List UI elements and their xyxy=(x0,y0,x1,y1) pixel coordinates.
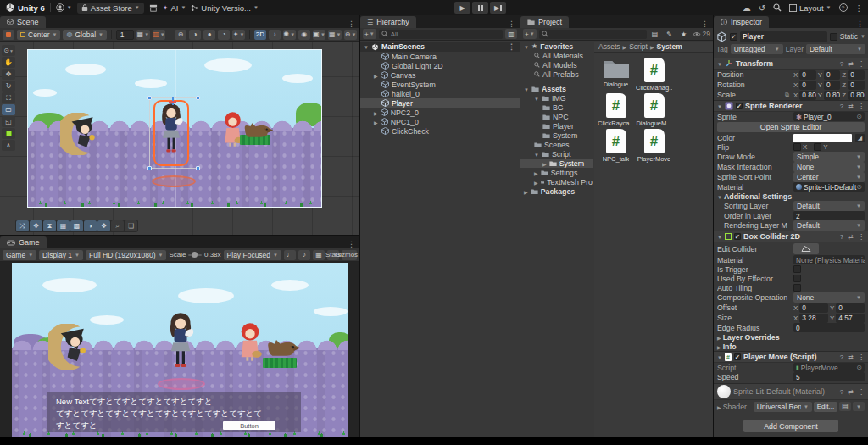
game-target-dropdown[interactable]: Game▼ xyxy=(3,250,36,260)
mute-audio-icon[interactable]: ♩ xyxy=(284,250,296,260)
menubar-kebab-icon[interactable]: ⋮ xyxy=(855,3,864,13)
hierarchy-add-button[interactable]: +▼ xyxy=(363,29,376,39)
rect-tool[interactable]: ▭ xyxy=(2,104,15,115)
breadcrumb-script[interactable]: Script xyxy=(629,42,648,51)
scene-visibility-icon[interactable]: ◉ xyxy=(298,30,310,40)
favorite-all-models[interactable]: All Models xyxy=(520,60,593,70)
tree-npc[interactable]: NPC xyxy=(520,112,593,121)
help-icon[interactable]: ? xyxy=(840,388,843,396)
wolf-character[interactable] xyxy=(264,336,300,365)
rotation-z-field[interactable]: 0 xyxy=(848,81,865,90)
favorites-root[interactable]: ★Favorites xyxy=(520,42,593,51)
shading-mode-icon[interactable]: ◑ xyxy=(189,30,201,40)
scene-canvas[interactable] xyxy=(27,49,322,208)
camera-settings-dropdown[interactable]: ▣▼ xyxy=(313,30,326,40)
tree-script[interactable]: Script xyxy=(520,149,593,159)
scale-y-field[interactable]: 0.8061 xyxy=(824,91,840,100)
account-menu[interactable]: ▼ xyxy=(56,3,72,12)
project-search-input[interactable] xyxy=(539,30,647,39)
scene-viewport[interactable]: ⊙▼ ✋ ✥ ↻ ⛶ ▭ ◱ ∧ xyxy=(0,42,359,235)
hierarchy-item-main-camera[interactable]: Main Camera xyxy=(360,52,520,61)
rotation-y-field[interactable]: 0 xyxy=(824,81,840,90)
grid-visual-dropdown[interactable]: ▦▼ xyxy=(328,30,342,40)
transform-tool[interactable]: ◱ xyxy=(2,116,15,127)
composite-operation-dropdown[interactable]: None▼ xyxy=(793,292,865,303)
scale-z-field[interactable]: 0.8061 xyxy=(848,91,865,100)
hidden-packages-count[interactable]: 29 xyxy=(693,30,710,38)
asset-clickmanager-script[interactable]: ClickManag... xyxy=(636,58,672,92)
undo-history-icon[interactable]: ↺ xyxy=(759,3,765,13)
static-dropdown-icon[interactable]: ▼ xyxy=(860,34,865,39)
player-character[interactable] xyxy=(164,312,197,375)
edit-collider-button[interactable] xyxy=(793,243,819,254)
offset-x-field[interactable]: 0 xyxy=(799,303,828,313)
position-y-field[interactable]: 0 xyxy=(824,70,840,80)
scale-tool[interactable]: ⛶ xyxy=(2,92,15,103)
scale-link-icon[interactable]: ⧉ xyxy=(785,92,792,98)
lighting-dropdown[interactable]: ✦▼ xyxy=(232,30,245,40)
overlay-view-options-icon[interactable]: ⧗ xyxy=(43,220,56,231)
sprite-renderer-header[interactable]: ✓ Sprite Renderer ?⇄⋮ xyxy=(714,100,868,112)
tree-settings[interactable]: Settings xyxy=(520,168,593,177)
hierarchy-item-npc1[interactable]: NPC1_0 xyxy=(360,117,520,126)
kebab-icon[interactable]: ⋮ xyxy=(858,60,865,68)
help-icon[interactable]: ? xyxy=(840,103,843,110)
hierarchy-kebab-icon[interactable]: ⋮ xyxy=(504,19,520,28)
render-doodad-icon[interactable]: ◔ xyxy=(218,30,230,40)
edge-radius-field[interactable]: 0 xyxy=(793,323,865,332)
game-render[interactable]: New Textてすとてすとてすとてすとてすと てすとてすとてすとてすとてすとて… xyxy=(12,263,348,437)
version-control-menu[interactable]: Unity Versio... ▼ xyxy=(191,3,259,13)
help-icon[interactable]: ? xyxy=(840,353,843,361)
scene-kebab-icon[interactable]: ⋮ xyxy=(343,19,359,28)
rect-tool-selection-box[interactable] xyxy=(149,97,198,169)
hierarchy-item-npc2[interactable]: NPC2_0 xyxy=(360,108,520,117)
cloud-services-icon[interactable]: ☁ xyxy=(743,3,751,13)
component-enabled-checkbox[interactable]: ✓ xyxy=(734,353,741,360)
lock-icon[interactable] xyxy=(843,20,852,28)
tree-img-system[interactable]: System xyxy=(520,131,593,140)
grid-snapping-button[interactable]: ▦▼ xyxy=(136,30,150,40)
tree-script-system[interactable]: System xyxy=(520,159,593,168)
transform-header[interactable]: Transform ?⇄⋮ xyxy=(714,58,868,70)
tree-img[interactable]: IMG xyxy=(520,93,593,103)
hierarchy-item-player[interactable]: Player xyxy=(360,98,520,108)
scale-slider[interactable] xyxy=(188,254,202,256)
kebab-icon[interactable]: ⋮ xyxy=(858,353,865,361)
effects-dropdown[interactable]: ✺▼ xyxy=(283,30,296,40)
flip-y-checkbox[interactable] xyxy=(814,143,821,151)
favorites-filter-icon[interactable]: ★ xyxy=(678,29,690,39)
overlay-shading-icon[interactable]: ◑ xyxy=(84,220,97,231)
npc-moon-character[interactable] xyxy=(60,113,101,159)
tool-handle-rotation-dropdown[interactable]: ◍Global▼ xyxy=(63,30,107,40)
material-object-field[interactable]: Sprite-Lit-Default⊙ xyxy=(793,182,865,192)
rotation-x-field[interactable]: 0 xyxy=(799,81,815,90)
tree-packages[interactable]: Packages xyxy=(520,186,593,196)
wireframe-icon[interactable]: ● xyxy=(203,30,215,40)
active-checkbox[interactable]: ✓ xyxy=(730,33,737,41)
scene-kebab-icon[interactable]: ⋮ xyxy=(504,42,520,51)
hierarchy-scene-root[interactable]: MainScenes ⋮ xyxy=(360,42,520,52)
play-focus-dropdown[interactable]: Play Focused▼ xyxy=(224,250,281,260)
material-dropdown-icon[interactable]: ▼ xyxy=(853,402,865,411)
material-menu-icon[interactable]: ▤ xyxy=(839,402,851,411)
draw-mode-dropdown[interactable]: Simple▼ xyxy=(793,152,865,162)
gizmos-target-dropdown[interactable]: ⊕▼ xyxy=(344,30,357,40)
tab-hierarchy[interactable]: ☰ Hierarchy xyxy=(360,16,416,28)
gameobject-name-field[interactable]: Player xyxy=(740,31,827,42)
hierarchy-item-eventsystem[interactable]: EventSystem xyxy=(360,80,520,89)
tool-overflow-chevron[interactable]: ∧ xyxy=(2,140,15,151)
game-kebab-icon[interactable]: ⋮ xyxy=(343,240,359,248)
search-filter-icon[interactable]: ▥ xyxy=(505,29,517,39)
breadcrumb-system[interactable]: System xyxy=(657,42,682,51)
play-button[interactable]: ▶ xyxy=(454,2,470,14)
favorite-all-prefabs[interactable]: All Prefabs xyxy=(520,70,593,79)
rotate-tool[interactable]: ↻ xyxy=(2,81,15,92)
project-kebab-icon[interactable]: ⋮ xyxy=(697,19,713,28)
overlay-tools-icon[interactable]: ⤨ xyxy=(16,220,29,231)
selection-handle[interactable] xyxy=(196,96,200,100)
lock-icon[interactable] xyxy=(495,20,504,28)
asset-clickraycast-script[interactable]: ClickRayca... xyxy=(598,93,634,127)
hierarchy-item-global-light[interactable]: Global Light 2D xyxy=(360,61,520,70)
flip-x-checkbox[interactable] xyxy=(793,143,801,151)
player-move-header[interactable]: # ✓ Player Move (Script) ?⇄⋮ xyxy=(714,351,868,363)
